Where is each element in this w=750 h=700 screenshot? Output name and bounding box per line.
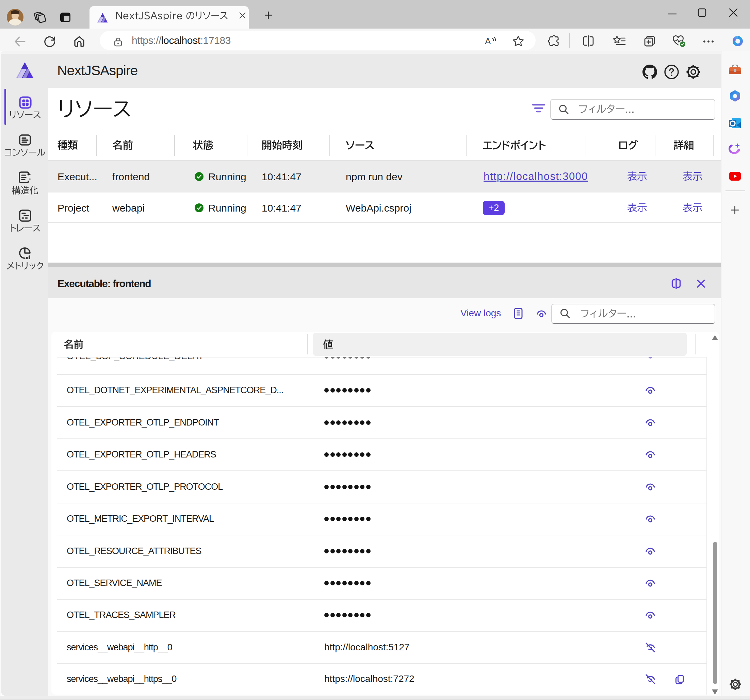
svg-text:A: A	[485, 36, 491, 46]
